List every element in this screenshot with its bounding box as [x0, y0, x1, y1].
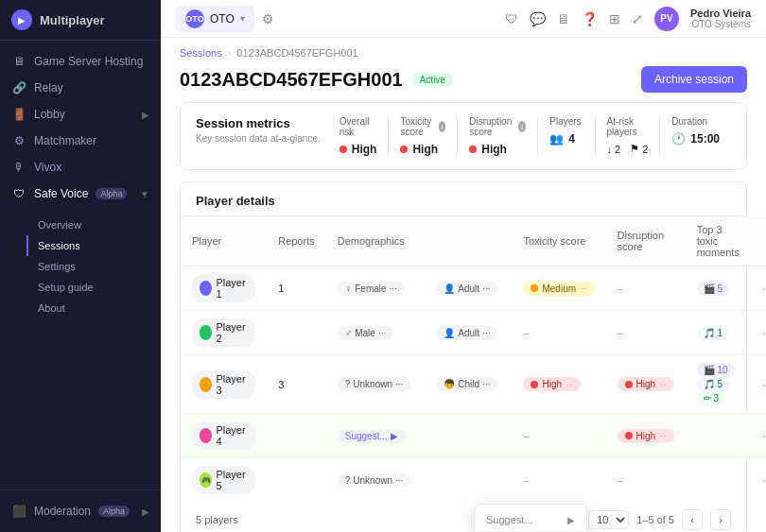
moments-cell: 🎵 1 [686, 311, 751, 355]
user-org: OTO Systems [690, 19, 751, 29]
metric-overall-risk-label: Overall risk [339, 116, 377, 137]
metric-disruption-score: Disruption score i High [457, 116, 537, 156]
metric-players: Players 👥 4 [537, 116, 594, 156]
row-menu-button[interactable]: ··· [762, 472, 766, 488]
person-icon: 👤 [444, 283, 455, 294]
submenu-setup-guide[interactable]: Setup guide [26, 277, 161, 298]
submenu-about[interactable]: About [26, 298, 161, 318]
rows-per-page-select[interactable]: 10 25 50 [588, 510, 629, 529]
metric-at-risk-label: At-risk players [607, 116, 649, 137]
prev-page-button[interactable]: ‹ [682, 509, 703, 530]
sidebar-item-relay[interactable]: 🔗 Relay [0, 75, 161, 101]
metric-duration-label: Duration [671, 116, 720, 127]
page-header: 0123ABCD4567EFGH001 Active Archive sessi… [161, 62, 766, 102]
metrics-card: Session metrics Key session data at-a-gl… [180, 102, 747, 170]
next-page-button[interactable]: › [710, 509, 731, 530]
user-name: Pedro Vieira [690, 8, 751, 19]
tag-dots: ··· [378, 328, 386, 338]
moderation-arrow-icon: ▶ [142, 506, 149, 517]
row-menu-button[interactable]: ··· [762, 377, 766, 392]
age-tag[interactable]: 👤 Adult ··· [436, 326, 497, 340]
player-avatar [200, 377, 212, 392]
moment-edit-chip: ✏ 3 [697, 391, 725, 405]
monitor-icon[interactable]: 🖥 [557, 11, 570, 26]
toxicity-cell: High ··· [512, 355, 605, 414]
metric-disruption-label: Disruption score i [469, 116, 526, 137]
expand-icon[interactable]: ⤢ [632, 11, 643, 26]
sidebar-item-lobby[interactable]: 🚪 Lobby ▶ [0, 101, 161, 128]
demo-age: 👤 Adult ··· [425, 311, 512, 355]
sidebar-item-safe-voice[interactable]: 🛡 Safe Voice Alpha ▼ [0, 180, 161, 207]
unknown-icon: ? [345, 475, 351, 486]
grid-icon[interactable]: ⊞ [609, 11, 620, 26]
gender-tag[interactable]: ? Unknown ··· [338, 377, 411, 391]
submenu-settings[interactable]: Settings [26, 256, 161, 277]
row-menu-button[interactable]: ··· [762, 428, 766, 443]
moment-video-chip: 🎬 5 [697, 282, 729, 296]
metric-disruption-text: High [481, 143, 507, 156]
dropdown-arrow-icon: ▶ [567, 515, 575, 525]
settings-icon[interactable]: ⚙ [262, 11, 274, 26]
gender-tag[interactable]: ♂ Male ··· [338, 326, 394, 340]
metric-at-risk: At-risk players ↓ 2 ⚑ 2 [595, 116, 660, 156]
metric-overall-risk: Overall risk High [339, 116, 389, 156]
sidebar-item-moderation[interactable]: ⬛ Moderation Alpha ▶ [0, 498, 161, 524]
sidebar-item-game-server[interactable]: 🖥 Game Server Hosting [0, 48, 161, 75]
help-icon[interactable]: ❓ [582, 11, 598, 26]
score-expand: ··· [659, 380, 667, 389]
lobby-arrow-icon: ▶ [142, 110, 149, 120]
gender-dropdown: Suggest... ▶ ♀ Female ♂ Male [474, 504, 587, 532]
disruption-dash: – [618, 327, 623, 338]
tag-dots: ··· [395, 379, 403, 389]
toxicity-dash: – [523, 327, 529, 338]
age-tag[interactable]: 👦 Child ··· [436, 377, 497, 391]
disruption-info-icon[interactable]: i [518, 121, 526, 132]
sidebar-item-matchmaker[interactable]: ⚙ Matchmaker [0, 128, 161, 154]
app-selector[interactable]: OTO OTO ▾ [176, 6, 254, 32]
gender-tag[interactable]: ♀ Female ··· [338, 282, 405, 296]
age-tag[interactable]: 👤 Adult ··· [436, 282, 497, 296]
vivox-icon: 🎙 [11, 160, 26, 175]
breadcrumb: Sessions › 0123ABCD4567EFGH001 [161, 38, 766, 62]
moments-cell [686, 458, 751, 503]
col-reports: Reports [267, 216, 326, 266]
relay-icon: 🔗 [11, 80, 26, 95]
submenu-overview[interactable]: Overview [26, 215, 161, 235]
safe-voice-badge: Alpha [96, 188, 127, 199]
table-footer: 5 players Rows per page: 10 25 50 1–5 of… [181, 502, 746, 532]
metric-duration: Duration 🕐 15:00 [659, 116, 731, 156]
row-menu-button[interactable]: ··· [762, 281, 766, 296]
metric-overall-risk-text: High [352, 143, 377, 156]
male-icon: ♂ [345, 328, 353, 338]
page-title: 0123ABCD4567EFGH001 [180, 69, 403, 91]
server-icon: 🖥 [11, 54, 26, 69]
toxicity-dash: – [523, 474, 529, 486]
col-demographics: Demographics [326, 216, 513, 266]
archive-session-button[interactable]: Archive session [641, 66, 747, 93]
shield-icon[interactable]: 🛡 [505, 11, 518, 26]
metrics-title: Session metrics [196, 116, 321, 130]
sidebar-item-vivox[interactable]: 🎙 Vivox [0, 154, 161, 180]
toxicity-info-icon[interactable]: i [439, 121, 445, 132]
safe-voice-arrow-icon: ▼ [140, 189, 149, 199]
col-player: Player [181, 216, 267, 266]
submenu-sessions[interactable]: Sessions [26, 235, 161, 256]
app-dropdown-icon: ▾ [240, 13, 245, 24]
sidebar-bottom: ⬛ Moderation Alpha ▶ [0, 489, 161, 532]
suggest-tag[interactable]: Suggest... ▶ [338, 429, 406, 443]
breadcrumb-parent[interactable]: Sessions [180, 47, 222, 59]
gender-tag[interactable]: ? Unknown ··· [338, 473, 411, 488]
players-icon: 👥 [549, 132, 564, 146]
row-menu-button[interactable]: ··· [762, 325, 766, 340]
player-details-card: Player details Player Reports Demographi… [180, 181, 747, 532]
toxicity-score-badge: Medium ··· [523, 282, 594, 296]
disruption-cell: – [606, 266, 686, 311]
player-avatar [200, 281, 212, 296]
reports-cell: 1 [267, 266, 326, 311]
disruption-score-badge: High ··· [618, 377, 674, 391]
demo-age: 👦 Child ··· [425, 355, 512, 414]
table-row: Player 1 1 ♀ Female ··· 👤 Adult ··· Medi… [181, 266, 766, 311]
chat-icon[interactable]: 💬 [530, 11, 546, 26]
tag-arrow: ▶ [391, 431, 398, 441]
moderation-icon: ⬛ [11, 504, 26, 519]
